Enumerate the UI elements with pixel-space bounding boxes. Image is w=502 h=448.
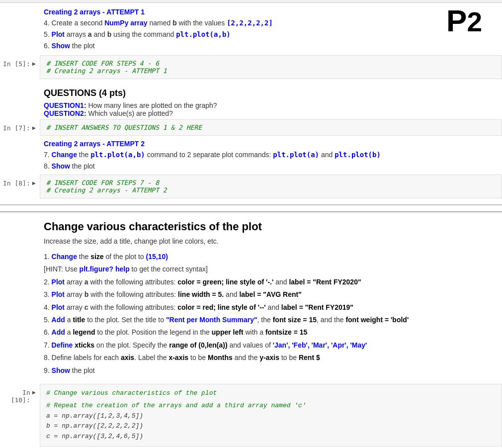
cell-8-content[interactable]: # INSERT CODE FOR STEPS 7 - 8 # Creating… <box>40 175 502 198</box>
attempt1-steps: 4. Create a second NumPy array named b w… <box>44 18 502 51</box>
step-4: 4. Create a second NumPy array named b w… <box>44 18 502 28</box>
run-icon-8[interactable]: ▶ <box>32 179 36 186</box>
change-section: Change various characteristics of the pl… <box>0 211 502 376</box>
change-step-1-hint: [HINT: Use plt.figure? help to get the c… <box>44 264 502 274</box>
attempt2-header: Creating 2 arrays - ATTEMPT 2 <box>44 140 502 148</box>
step-5: 5. Plot arrays a and b using the command… <box>44 29 502 40</box>
change-step-5: 5. Add a title to the plot. Set the titl… <box>44 314 502 325</box>
cell-10: In [10]: ▶ # Change various characterist… <box>0 384 502 447</box>
questions-section: QUESTIONS (4 pts) QUESTION1: How many li… <box>44 79 502 119</box>
p2-graphic: P2 <box>446 5 482 36</box>
question2: QUESTION2: Which value(s) are plotted? <box>44 109 502 117</box>
change-step-3: 3. Plot array b with the following attri… <box>44 289 502 300</box>
cell-10-label: In [10]: ▶ <box>0 384 40 404</box>
change-subtext: Increase the size, add a title, change p… <box>44 237 502 245</box>
step-8: 8. Show the plot <box>44 161 502 172</box>
run-icon-10[interactable]: ▶ <box>32 389 36 396</box>
cell-10-line3: c = np.array([3,2,4,6,5]) <box>46 432 496 442</box>
cell-7-line1: # INSERT ANSWERS TO QUESTIONS 1 & 2 HERE <box>46 124 496 131</box>
attempt2-section: Creating 2 arrays - ATTEMPT 2 7. Change … <box>44 136 502 175</box>
cell-5: In [5]: ▶ # INSERT CODE FOR STEPS 4 - 6 … <box>0 55 502 79</box>
run-icon-5[interactable]: ▶ <box>32 60 36 67</box>
attempt1-header: Creating 2 arrays - ATTEMPT 1 <box>44 8 502 16</box>
attempt1-section: P2 Creating 2 arrays - ATTEMPT 1 4. Crea… <box>44 3 502 55</box>
notebook: P2 Creating 2 arrays - ATTEMPT 1 4. Crea… <box>0 0 502 448</box>
cell-5-label: In [5]: ▶ <box>0 55 40 68</box>
question1: QUESTION1: How many lines are plotted on… <box>44 101 502 109</box>
attempt2-steps: 7. Change the plt.plot(a,b) command to 2… <box>44 150 502 172</box>
step-6: 6. Show the plot <box>44 41 502 51</box>
cell-7: In [7]: ▶ # INSERT ANSWERS TO QUESTIONS … <box>0 119 502 136</box>
change-step-8: 8. Define labels for each axis. Label th… <box>44 352 502 363</box>
cell-8-line2: # Creating 2 arrays - ATTEMPT 2 <box>46 186 496 194</box>
cell-8-label: In [8]: ▶ <box>0 175 40 187</box>
run-icon-7[interactable]: ▶ <box>32 124 36 131</box>
change-step-7: 7. Define xticks on the plot. Specify th… <box>44 340 502 351</box>
cell-8: In [8]: ▶ # INSERT CODE FOR STEPS 7 - 8 … <box>0 175 502 198</box>
change-header: Change various characteristics of the pl… <box>44 220 502 233</box>
cell-10-line1: a = np.array([1,2,3,4,5]) <box>46 411 496 422</box>
section-divider <box>0 204 502 205</box>
change-step-9: 9. Show the plot <box>44 365 502 376</box>
cell-7-label: In [7]: ▶ <box>0 119 40 132</box>
questions-header: QUESTIONS (4 pts) <box>44 88 502 98</box>
cell-7-content[interactable]: # INSERT ANSWERS TO QUESTIONS 1 & 2 HERE <box>40 119 502 136</box>
cell-5-content[interactable]: # INSERT CODE FOR STEPS 4 - 6 # Creating… <box>40 55 502 79</box>
step-7: 7. Change the plt.plot(a,b) command to 2… <box>44 150 502 160</box>
change-step-4: 4. Plot array c with the following attri… <box>44 302 502 313</box>
cell-8-line1: # INSERT CODE FOR STEPS 7 - 8 <box>46 179 496 186</box>
cell-10-comment1: # Change various characteristics of the … <box>46 388 496 399</box>
cell-10-line2: b = np.array([2,2,2,2,2]) <box>46 421 496 432</box>
change-step-2: 2. Plot array a with the following attri… <box>44 276 502 287</box>
change-step-1: 1. Change the size of the plot to (15,10… <box>44 251 502 262</box>
cell-10-comment2: # Repeat the creation of the arrays and … <box>46 401 496 411</box>
cell-5-line1: # INSERT CODE FOR STEPS 4 - 6 <box>46 60 496 67</box>
cell-5-line2: # Creating 2 arrays - ATTEMPT 1 <box>46 67 496 75</box>
change-step-6: 6. Add a legend to the plot. Position th… <box>44 327 502 338</box>
change-steps-list: 1. Change the size of the plot to (15,10… <box>44 251 502 376</box>
cell-10-content[interactable]: # Change various characteristics of the … <box>40 384 502 447</box>
